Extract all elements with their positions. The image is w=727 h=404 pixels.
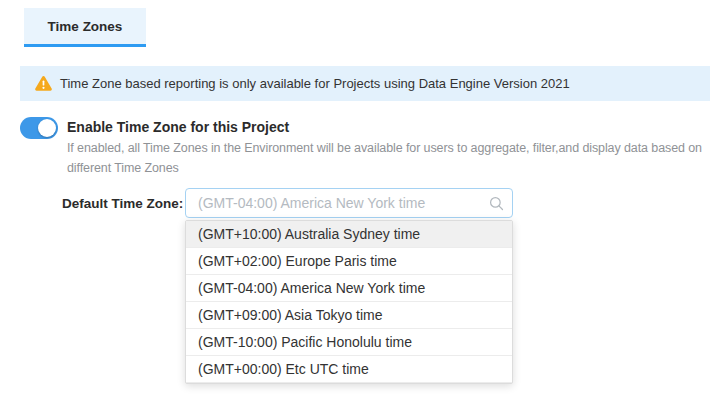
default-timezone-row: Default Time Zone: (GMT+10:00) Australia… [62,188,513,218]
timezone-option[interactable]: (GMT+00:00) Etc UTC time [186,356,512,383]
toggle-text-block: Enable Time Zone for this Project If ena… [67,117,709,178]
toggle-title: Enable Time Zone for this Project [67,117,709,137]
timezone-option-label: (GMT+09:00) Asia Tokyo time [198,307,383,323]
toggle-knob [38,119,56,137]
timezone-option-label: (GMT-04:00) America New York time [198,280,425,296]
timezone-combobox: (GMT+10:00) Australia Sydney time (GMT+0… [185,188,513,218]
timezone-option[interactable]: (GMT-10:00) Pacific Honolulu time [186,329,512,356]
tab-time-zones-label: Time Zones [48,19,123,34]
banner-text: Time Zone based reporting is only availa… [60,76,570,91]
tab-time-zones[interactable]: Time Zones [24,8,146,47]
default-timezone-label: Default Time Zone: [62,196,177,211]
timezone-option[interactable]: (GMT+02:00) Europe Paris time [186,248,512,275]
timezone-option[interactable]: (GMT-04:00) America New York time [186,275,512,302]
toggle-description: If enabled, all Time Zones in the Enviro… [67,138,709,178]
timezone-option-label: (GMT-10:00) Pacific Honolulu time [198,334,412,350]
enable-timezone-section: Enable Time Zone for this Project If ena… [20,117,709,178]
timezone-search-input[interactable] [185,188,513,218]
timezone-settings-page: Time Zones Time Zone based reporting is … [0,0,727,404]
warning-triangle-icon [35,76,52,91]
timezone-option[interactable]: (GMT+09:00) Asia Tokyo time [186,302,512,329]
timezone-option-label: (GMT+00:00) Etc UTC time [198,361,369,377]
info-banner: Time Zone based reporting is only availa… [20,66,710,101]
timezone-option-label: (GMT+10:00) Australia Sydney time [198,226,420,242]
timezone-dropdown: (GMT+10:00) Australia Sydney time (GMT+0… [185,220,513,384]
timezone-option-label: (GMT+02:00) Europe Paris time [198,253,397,269]
timezone-option[interactable]: (GMT+10:00) Australia Sydney time [186,221,512,248]
enable-timezone-toggle[interactable] [20,117,58,139]
